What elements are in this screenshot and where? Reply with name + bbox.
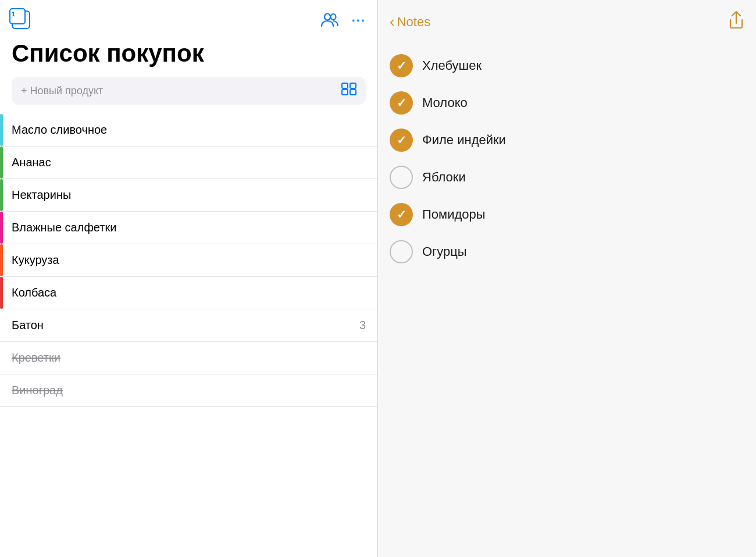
check-label: Помидоры — [422, 207, 486, 222]
check-label: Огурцы — [422, 244, 467, 259]
grid-view-icon[interactable] — [341, 83, 356, 99]
check-circle-checked[interactable]: ✓ — [390, 128, 413, 152]
strikethrough-section: Креветки Виноград — [0, 342, 377, 407]
people-icon[interactable] — [320, 11, 339, 31]
check-item[interactable]: ✓ Хлебушек — [390, 48, 744, 83]
check-circle-unchecked[interactable] — [390, 240, 413, 263]
item-name: Кукуруза — [12, 253, 366, 267]
check-circle-checked[interactable]: ✓ — [390, 203, 413, 226]
left-panel: 1 ··· Список покупок + Новый продукт — [0, 0, 378, 557]
right-panel: ‹ Notes ✓ Хлебушек ✓ Молоко ✓ — [378, 0, 756, 557]
search-bar[interactable]: + Новый продукт — [12, 77, 366, 105]
page-title: Список покупок — [0, 37, 377, 77]
check-item[interactable]: ✓ Молоко — [390, 85, 744, 120]
check-label: Молоко — [422, 95, 468, 110]
check-label: Хлебушек — [422, 58, 482, 73]
check-circle-checked[interactable]: ✓ — [390, 91, 413, 115]
color-bar — [0, 277, 3, 309]
checklist: ✓ Хлебушек ✓ Молоко ✓ Филе индейки Яблок… — [378, 39, 756, 278]
color-bar — [0, 179, 3, 211]
svg-point-0 — [324, 13, 330, 20]
list-item[interactable]: Влажные салфетки — [0, 212, 377, 244]
right-header: ‹ Notes — [378, 0, 756, 39]
check-item[interactable]: ✓ Помидоры — [390, 197, 744, 232]
color-bar — [0, 147, 3, 178]
item-name: Ананас — [12, 156, 366, 169]
list-item-strikethrough[interactable]: Виноград — [0, 374, 377, 407]
badge-icon[interactable]: 1 — [12, 10, 33, 31]
check-circle-checked[interactable]: ✓ — [390, 54, 413, 77]
back-label: Notes — [397, 15, 430, 30]
color-bar — [0, 212, 3, 244]
item-name: Нектарины — [12, 188, 366, 202]
check-item[interactable]: Яблоки — [390, 160, 744, 195]
item-name: Влажные салфетки — [12, 221, 366, 234]
check-label: Филе индейки — [422, 133, 506, 148]
list-item[interactable]: Нектарины — [0, 179, 377, 212]
list-item[interactable]: Кукуруза — [0, 244, 377, 277]
item-count: 3 — [359, 319, 366, 332]
item-name-strikethrough: Виноград — [12, 384, 366, 397]
back-button[interactable]: ‹ Notes — [390, 13, 430, 31]
left-header: 1 ··· — [0, 0, 377, 37]
color-bar — [0, 114, 3, 146]
list-item[interactable]: Колбаса — [0, 277, 377, 309]
checkmark-icon: ✓ — [397, 59, 406, 73]
checkmark-icon: ✓ — [397, 133, 406, 147]
checkmark-icon: ✓ — [397, 96, 406, 110]
color-bar — [0, 244, 3, 276]
item-list: Масло сливочное Ананас Нектарины Влажные… — [0, 114, 377, 557]
item-name: Масло сливочное — [12, 123, 366, 137]
svg-rect-3 — [350, 83, 356, 88]
list-item-strikethrough[interactable]: Креветки — [0, 342, 377, 374]
item-name: Колбаса — [12, 286, 366, 299]
check-item[interactable]: Огурцы — [390, 234, 744, 269]
badge-number: 1 — [12, 10, 15, 17]
svg-rect-5 — [350, 90, 356, 95]
check-circle-unchecked[interactable] — [390, 166, 413, 189]
list-item[interactable]: Ананас — [0, 147, 377, 179]
header-icons: ··· — [320, 11, 366, 31]
checkmark-icon: ✓ — [397, 208, 406, 222]
more-options-icon[interactable]: ··· — [352, 13, 366, 28]
item-name-strikethrough: Креветки — [12, 351, 366, 365]
list-item[interactable]: Батон 3 — [0, 309, 377, 342]
search-placeholder: + Новый продукт — [21, 85, 103, 97]
list-item[interactable]: Масло сливочное — [0, 114, 377, 147]
check-item[interactable]: ✓ Филе индейки — [390, 123, 744, 158]
check-label: Яблоки — [422, 170, 466, 185]
chevron-left-icon: ‹ — [390, 13, 395, 31]
share-icon[interactable] — [728, 10, 744, 33]
svg-rect-4 — [342, 90, 348, 95]
item-name: Батон — [12, 319, 359, 332]
svg-rect-2 — [342, 83, 348, 88]
svg-point-1 — [330, 14, 336, 20]
